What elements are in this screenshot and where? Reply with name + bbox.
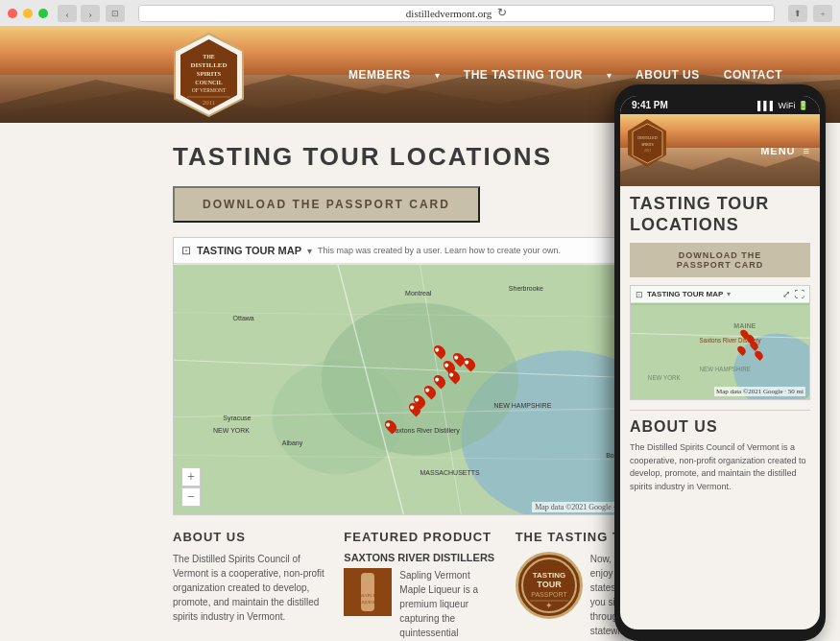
map-label-syracuse: Syracuse: [223, 415, 251, 421]
map-terrain: [174, 265, 666, 514]
phone-overlay: 9:41 PM ▌▌▌ WiFi 🔋 DISTILLED SPIRITS 201…: [614, 84, 826, 641]
svg-text:DISTILLED: DISTILLED: [637, 135, 658, 140]
svg-text:PASSPORT: PASSPORT: [531, 591, 567, 598]
nav-members[interactable]: MEMBERS: [348, 68, 411, 82]
svg-text:COUNCIL: COUNCIL: [195, 80, 222, 85]
featured-text: Sapling Vermont Maple Liqueur is a premi…: [399, 568, 495, 641]
members-dropdown-icon: ▾: [435, 70, 440, 81]
map-svg: [174, 265, 666, 514]
svg-text:TASTING: TASTING: [532, 571, 565, 580]
passport-emblem: TASTING TOUR PASSPORT ✦: [516, 552, 583, 619]
url-text: distilledvermont.org: [406, 8, 492, 19]
featured-subtitle: SAXTONS RIVER DISTILLERS: [344, 552, 495, 563]
map-label-sherbrooke: Sherbrooke: [509, 285, 543, 292]
browser-close-dot[interactable]: [8, 9, 17, 18]
logo-hexagon: THE DISTILLED SPIRITS COUNCIL OF VERMONT…: [173, 32, 245, 118]
phone-download-button[interactable]: DOWNLOAD THE PASSPORT CARD: [630, 243, 810, 277]
svg-text:SPIRITS: SPIRITS: [197, 70, 222, 77]
footer-about-col: ABOUT US The Distilled Spirits Council o…: [173, 530, 324, 641]
map-container: ⊡ TASTING TOUR MAP ▾ This map was create…: [173, 237, 667, 515]
phone-time: 9:41 PM: [632, 100, 668, 110]
svg-text:TOUR: TOUR: [537, 580, 562, 589]
page-title: TASTING TOUR LOCATIONS: [173, 142, 667, 172]
browser-nav: ‹ ›: [58, 5, 100, 22]
svg-text:LIQUEUR: LIQUEUR: [360, 600, 377, 605]
footer-featured-col: FEATURED PRODUCT SAXTONS RIVER DISTILLER…: [344, 530, 495, 641]
phone-map-icon: ⊡: [636, 290, 643, 299]
phone-map-svg: MAINE NEW HAMPSHIRE NEW YORK Saxtons Riv…: [631, 305, 809, 399]
download-passport-button[interactable]: DOWNLOAD THE PASSPORT CARD: [173, 186, 480, 223]
svg-text:2011: 2011: [203, 99, 216, 107]
map-header: ⊡ TASTING TOUR MAP ▾ This map was create…: [174, 238, 666, 264]
svg-text:MAPLE: MAPLE: [360, 593, 376, 598]
nav-about-us[interactable]: ABOUT US: [636, 68, 700, 82]
phone-map-share-icon[interactable]: ⤢: [782, 289, 790, 299]
featured-title: FEATURED PRODUCT: [344, 530, 495, 544]
address-bar[interactable]: distilledvermont.org ↻: [138, 5, 775, 22]
map-icon: ⊡: [181, 244, 191, 257]
phone-map-dropdown[interactable]: ▾: [727, 290, 731, 298]
about-text1: The Distilled Spirits Council of Vermont…: [173, 552, 324, 624]
nav-tasting-tour[interactable]: THE TASTING TOUR: [464, 68, 583, 82]
browser-window-button[interactable]: ⊡: [106, 5, 125, 22]
phone-map-container: ⊡ TASTING TOUR MAP ▾ ⤢ ⛶ MAINE: [630, 285, 810, 400]
tasting-tour-dropdown-icon: ▾: [607, 70, 612, 81]
phone-about-title: ABOUT US: [630, 410, 810, 436]
phone-about-text: The Distilled Spirits Council of Vermont…: [630, 441, 810, 493]
phone-map-header: ⊡ TASTING TOUR MAP ▾ ⤢ ⛶: [631, 286, 809, 303]
browser-minimize-dot[interactable]: [23, 9, 33, 18]
map-label-albany: Albany: [282, 439, 302, 446]
browser-newtab-button[interactable]: +: [813, 5, 832, 22]
phone-map-controls: ⤢ ⛶: [782, 289, 804, 299]
product-img-svg: MAPLE LIQUEUR: [344, 568, 392, 616]
about-title: ABOUT US: [173, 530, 324, 544]
svg-text:2011: 2011: [644, 149, 651, 153]
map-title: TASTING TOUR MAP: [197, 245, 301, 256]
map-label-newhampshire: NEW HAMPSHIRE: [493, 402, 551, 409]
map-subtitle: This map was created by a user. Learn ho…: [318, 246, 561, 255]
phone-header: DISTILLED SPIRITS 2011 MENU ≡: [620, 114, 820, 186]
phone-map-title: TASTING TOUR MAP: [647, 290, 723, 298]
svg-text:NEW YORK: NEW YORK: [648, 374, 681, 381]
svg-text:DISTILLED: DISTILLED: [190, 61, 227, 69]
map-zoom-out[interactable]: −: [181, 487, 201, 507]
phone-map-attribution: Map data ©2021 Google · 50 mi: [714, 387, 805, 396]
product-image: MAPLE LIQUEUR: [344, 568, 392, 616]
phone-page-title: TASTING TOUR LOCATIONS: [630, 194, 810, 235]
site-logo[interactable]: THE DISTILLED SPIRITS COUNCIL OF VERMONT…: [173, 32, 245, 118]
phone-about-section: ABOUT US The Distilled Spirits Council o…: [630, 410, 810, 493]
browser-share-button[interactable]: ⬆: [788, 5, 807, 22]
passport-svg: TASTING TOUR PASSPORT ✦: [520, 557, 578, 614]
phone-status-bar: 9:41 PM ▌▌▌ WiFi 🔋: [620, 96, 820, 114]
svg-text:SPIRITS: SPIRITS: [641, 143, 654, 147]
browser-maximize-dot[interactable]: [38, 9, 48, 18]
phone-map-bg: MAINE NEW HAMPSHIRE NEW YORK Saxtons Riv…: [631, 305, 809, 399]
reload-icon[interactable]: ↻: [497, 6, 507, 20]
phone-status-icons: ▌▌▌ WiFi 🔋: [757, 101, 808, 110]
svg-rect-21: [363, 576, 372, 581]
map-background: Ottawa Montreal Sherbrooke MAINE NEW YOR…: [174, 265, 666, 514]
svg-text:OF VERMONT: OF VERMONT: [192, 87, 227, 93]
map-dropdown-icon[interactable]: ▾: [307, 246, 312, 256]
site-nav: MEMBERS ▾ THE TASTING TOUR ▾ ABOUT US CO…: [348, 68, 782, 82]
map-label-newyork: NEW YORK: [213, 427, 250, 434]
svg-text:NEW HAMPSHIRE: NEW HAMPSHIRE: [700, 366, 752, 372]
phone-content: TASTING TOUR LOCATIONS DOWNLOAD THE PASS…: [620, 186, 820, 501]
map-label-saxtonsriver: Saxtons River Distillery: [391, 427, 460, 434]
phone-screen: 9:41 PM ▌▌▌ WiFi 🔋 DISTILLED SPIRITS 201…: [620, 96, 820, 629]
phone-map-fullscreen-icon[interactable]: ⛶: [795, 289, 804, 299]
browser-chrome: ‹ › ⊡ distilledvermont.org ↻ ⬆ +: [0, 0, 840, 27]
nav-contact[interactable]: CONTACT: [724, 68, 782, 82]
map-zoom-controls: + −: [181, 467, 201, 507]
browser-forward-button[interactable]: ›: [81, 5, 100, 22]
svg-text:✦: ✦: [545, 601, 553, 610]
featured-product-row: MAPLE LIQUEUR Sapling Vermont Maple Liqu…: [344, 568, 495, 641]
map-label-ottawa: Ottawa: [233, 315, 254, 321]
browser-back-button[interactable]: ‹: [58, 5, 77, 22]
website: THE DISTILLED SPIRITS COUNCIL OF VERMONT…: [0, 27, 840, 641]
map-label-montreal: Montreal: [405, 290, 431, 297]
svg-text:THE: THE: [203, 54, 215, 59]
map-label-massachusetts: MASSACHUSETTS: [420, 469, 480, 476]
phone-logo-svg: DISTILLED SPIRITS 2011: [631, 122, 664, 165]
map-zoom-in[interactable]: +: [181, 467, 201, 487]
